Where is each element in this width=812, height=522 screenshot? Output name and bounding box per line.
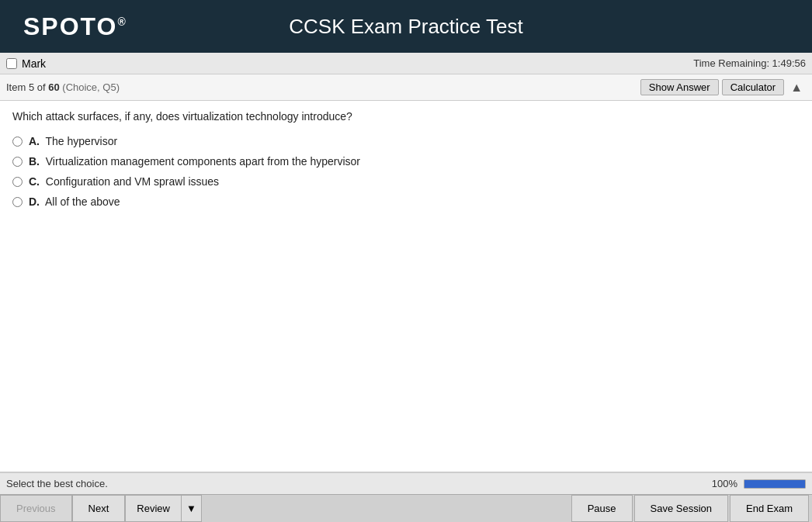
answer-options: A. The hypervisor B. Virtualization mana… bbox=[12, 135, 800, 208]
logo-sup: ® bbox=[117, 16, 127, 28]
option-c-label[interactable]: C. Configuration and VM sprawl issues bbox=[29, 175, 219, 188]
page-title: CCSK Exam Practice Test bbox=[289, 15, 523, 39]
option-b-label[interactable]: B. Virtualization management components … bbox=[29, 155, 360, 168]
logo: SPOTO® bbox=[23, 12, 127, 41]
item-text: Item 5 of bbox=[6, 81, 46, 93]
end-exam-button[interactable]: End Exam bbox=[730, 495, 809, 522]
calculator-button[interactable]: Calculator bbox=[722, 79, 785, 95]
review-dropdown-button[interactable]: ▼ bbox=[181, 495, 202, 522]
right-nav-buttons: Pause Save Session End Exam bbox=[571, 495, 812, 522]
time-remaining: Time Remaining: 1:49:56 bbox=[693, 57, 806, 69]
scroll-up-icon[interactable]: ▲ bbox=[787, 81, 806, 95]
option-a-label[interactable]: A. The hypervisor bbox=[29, 135, 117, 147]
review-button[interactable]: Review bbox=[125, 495, 181, 522]
status-bar: Select the best choice. 100% bbox=[0, 472, 812, 494]
footer-nav: Previous Next Review ▼ Pause Save Sessio… bbox=[0, 494, 812, 522]
progress-bar-fill bbox=[744, 480, 805, 488]
mark-left: Mark bbox=[6, 57, 46, 70]
next-button[interactable]: Next bbox=[72, 495, 126, 522]
mark-checkbox[interactable] bbox=[6, 58, 17, 69]
question-text: Which attack surfaces, if any, does virt… bbox=[12, 110, 800, 123]
option-b: B. Virtualization management components … bbox=[12, 155, 800, 168]
option-d: D. All of the above bbox=[12, 195, 800, 208]
option-a: A. The hypervisor bbox=[12, 135, 800, 147]
progress-bar bbox=[744, 479, 806, 489]
pause-button[interactable]: Pause bbox=[571, 495, 633, 522]
radio-d[interactable] bbox=[12, 197, 23, 207]
option-c: C. Configuration and VM sprawl issues bbox=[12, 175, 800, 188]
option-d-label[interactable]: D. All of the above bbox=[29, 195, 120, 208]
save-session-button[interactable]: Save Session bbox=[634, 495, 729, 522]
item-bar: Item 5 of 60 (Choice, Q5) Show Answer Ca… bbox=[0, 74, 812, 101]
progress-label: 100% bbox=[712, 478, 737, 489]
item-info: Item 5 of 60 (Choice, Q5) bbox=[6, 81, 120, 93]
show-answer-button[interactable]: Show Answer bbox=[640, 79, 719, 95]
header: SPOTO® CCSK Exam Practice Test bbox=[0, 0, 812, 53]
item-buttons: Show Answer Calculator ▲ bbox=[640, 79, 806, 95]
logo-text: SPOTO bbox=[23, 12, 117, 40]
radio-c[interactable] bbox=[12, 177, 23, 187]
radio-a[interactable] bbox=[12, 137, 23, 147]
main-content: Which attack surfaces, if any, does virt… bbox=[0, 101, 812, 472]
left-nav-buttons: Previous Next Review ▼ bbox=[0, 495, 202, 522]
review-button-wrap: Review ▼ bbox=[125, 495, 202, 522]
mark-label: Mark bbox=[22, 57, 46, 70]
mark-bar: Mark Time Remaining: 1:49:56 bbox=[0, 53, 812, 74]
status-text: Select the best choice. bbox=[6, 478, 108, 489]
previous-button[interactable]: Previous bbox=[0, 495, 72, 522]
progress-area: 100% bbox=[712, 478, 806, 489]
item-type: (Choice, Q5) bbox=[62, 81, 120, 93]
radio-b[interactable] bbox=[12, 157, 23, 167]
item-total: 60 bbox=[48, 81, 59, 93]
